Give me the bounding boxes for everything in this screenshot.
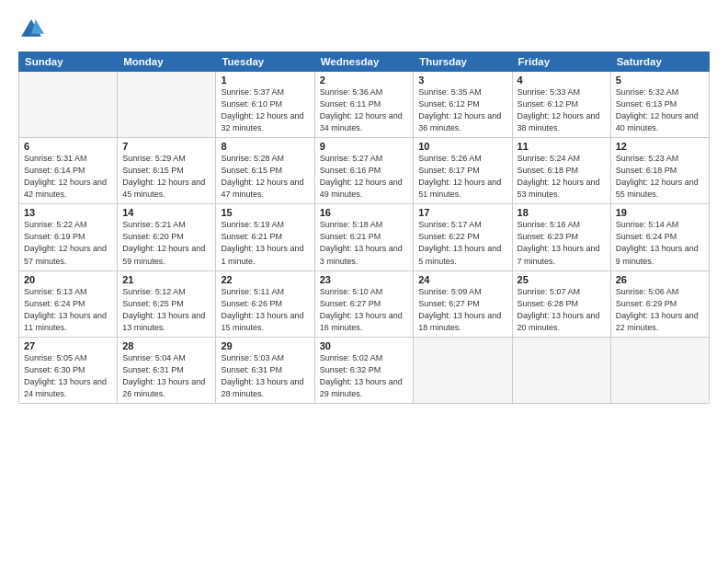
day-info: Sunrise: 5:35 AMSunset: 6:12 PMDaylight:…: [418, 86, 506, 134]
day-number: 9: [320, 141, 409, 152]
day-cell: 17Sunrise: 5:17 AMSunset: 6:22 PMDayligh…: [414, 204, 512, 270]
day-cell: 27Sunrise: 5:05 AMSunset: 6:30 PMDayligh…: [19, 337, 118, 403]
day-cell: 12Sunrise: 5:23 AMSunset: 6:18 PMDayligh…: [610, 138, 709, 204]
col-header-thursday: Thursday: [414, 52, 512, 72]
day-cell: 7Sunrise: 5:29 AMSunset: 6:15 PMDaylight…: [118, 138, 216, 204]
day-cell: 11Sunrise: 5:24 AMSunset: 6:18 PMDayligh…: [512, 138, 610, 204]
calendar-header: SundayMondayTuesdayWednesdayThursdayFrid…: [19, 52, 710, 72]
day-cell: 15Sunrise: 5:19 AMSunset: 6:21 PMDayligh…: [216, 204, 314, 270]
day-cell: 16Sunrise: 5:18 AMSunset: 6:21 PMDayligh…: [314, 204, 414, 270]
day-info: Sunrise: 5:23 AMSunset: 6:18 PMDaylight:…: [616, 153, 704, 201]
week-row-3: 20Sunrise: 5:13 AMSunset: 6:24 PMDayligh…: [19, 270, 710, 337]
day-info: Sunrise: 5:37 AMSunset: 6:10 PMDaylight:…: [221, 86, 309, 134]
day-info: Sunrise: 5:11 AMSunset: 6:26 PMDaylight:…: [221, 286, 309, 334]
day-cell: 24Sunrise: 5:09 AMSunset: 6:27 PMDayligh…: [414, 270, 512, 337]
day-cell: 25Sunrise: 5:07 AMSunset: 6:28 PMDayligh…: [512, 270, 610, 337]
day-info: Sunrise: 5:14 AMSunset: 6:24 PMDaylight:…: [616, 219, 704, 267]
day-number: 15: [221, 207, 309, 218]
col-header-wednesday: Wednesday: [314, 52, 414, 72]
day-number: 3: [418, 75, 506, 86]
day-info: Sunrise: 5:22 AMSunset: 6:19 PMDaylight:…: [24, 219, 112, 267]
day-info: Sunrise: 5:18 AMSunset: 6:21 PMDaylight:…: [320, 219, 409, 267]
day-number: 5: [616, 75, 704, 86]
day-cell: [118, 72, 216, 138]
day-info: Sunrise: 5:32 AMSunset: 6:13 PMDaylight:…: [616, 86, 704, 134]
day-info: Sunrise: 5:27 AMSunset: 6:16 PMDaylight:…: [320, 153, 409, 201]
day-cell: [512, 337, 610, 403]
day-info: Sunrise: 5:13 AMSunset: 6:24 PMDaylight:…: [24, 286, 112, 334]
week-row-4: 27Sunrise: 5:05 AMSunset: 6:30 PMDayligh…: [19, 337, 710, 403]
day-number: 23: [320, 274, 409, 285]
day-number: 28: [122, 340, 210, 351]
logo: [18, 17, 48, 42]
week-row-2: 13Sunrise: 5:22 AMSunset: 6:19 PMDayligh…: [19, 204, 710, 270]
day-info: Sunrise: 5:33 AMSunset: 6:12 PMDaylight:…: [518, 86, 606, 134]
day-info: Sunrise: 5:19 AMSunset: 6:21 PMDaylight:…: [221, 219, 309, 267]
day-number: 22: [221, 274, 309, 285]
day-number: 27: [24, 340, 112, 351]
day-cell: 29Sunrise: 5:03 AMSunset: 6:31 PMDayligh…: [216, 337, 314, 403]
day-info: Sunrise: 5:28 AMSunset: 6:15 PMDaylight:…: [221, 153, 309, 201]
day-info: Sunrise: 5:09 AMSunset: 6:27 PMDaylight:…: [418, 286, 506, 334]
day-number: 29: [221, 340, 309, 351]
day-info: Sunrise: 5:05 AMSunset: 6:30 PMDaylight:…: [24, 352, 112, 400]
day-cell: 23Sunrise: 5:10 AMSunset: 6:27 PMDayligh…: [314, 270, 414, 337]
day-number: 10: [418, 141, 506, 152]
day-info: Sunrise: 5:10 AMSunset: 6:27 PMDaylight:…: [320, 286, 409, 334]
day-number: 11: [518, 141, 606, 152]
day-info: Sunrise: 5:29 AMSunset: 6:15 PMDaylight:…: [122, 153, 210, 201]
day-info: Sunrise: 5:04 AMSunset: 6:31 PMDaylight:…: [122, 352, 210, 400]
day-cell: 20Sunrise: 5:13 AMSunset: 6:24 PMDayligh…: [19, 270, 118, 337]
day-number: 8: [221, 141, 309, 152]
calendar-body: 1Sunrise: 5:37 AMSunset: 6:10 PMDaylight…: [19, 72, 710, 404]
day-number: 4: [518, 75, 606, 86]
col-header-friday: Friday: [512, 52, 610, 72]
day-info: Sunrise: 5:02 AMSunset: 6:32 PMDaylight:…: [320, 352, 409, 400]
day-cell: 28Sunrise: 5:04 AMSunset: 6:31 PMDayligh…: [118, 337, 216, 403]
day-cell: [414, 337, 512, 403]
day-info: Sunrise: 5:36 AMSunset: 6:11 PMDaylight:…: [320, 86, 409, 134]
day-number: 19: [616, 207, 704, 218]
day-number: 25: [518, 274, 606, 285]
week-row-0: 1Sunrise: 5:37 AMSunset: 6:10 PMDaylight…: [19, 72, 710, 138]
day-cell: [19, 72, 118, 138]
day-number: 17: [418, 207, 506, 218]
day-cell: 6Sunrise: 5:31 AMSunset: 6:14 PMDaylight…: [19, 138, 118, 204]
col-header-monday: Monday: [118, 52, 216, 72]
header: [18, 17, 710, 42]
calendar: SundayMondayTuesdayWednesdayThursdayFrid…: [18, 52, 710, 404]
day-info: Sunrise: 5:17 AMSunset: 6:22 PMDaylight:…: [418, 219, 506, 267]
day-info: Sunrise: 5:06 AMSunset: 6:29 PMDaylight:…: [616, 286, 704, 334]
week-row-1: 6Sunrise: 5:31 AMSunset: 6:14 PMDaylight…: [19, 138, 710, 204]
day-cell: 8Sunrise: 5:28 AMSunset: 6:15 PMDaylight…: [216, 138, 314, 204]
page: SundayMondayTuesdayWednesdayThursdayFrid…: [0, 0, 728, 563]
day-number: 16: [320, 207, 409, 218]
col-header-saturday: Saturday: [610, 52, 709, 72]
day-cell: 3Sunrise: 5:35 AMSunset: 6:12 PMDaylight…: [414, 72, 512, 138]
day-cell: 26Sunrise: 5:06 AMSunset: 6:29 PMDayligh…: [610, 270, 709, 337]
day-number: 20: [24, 274, 112, 285]
day-info: Sunrise: 5:24 AMSunset: 6:18 PMDaylight:…: [518, 153, 606, 201]
day-number: 26: [616, 274, 704, 285]
day-cell: 2Sunrise: 5:36 AMSunset: 6:11 PMDaylight…: [314, 72, 414, 138]
day-cell: 19Sunrise: 5:14 AMSunset: 6:24 PMDayligh…: [610, 204, 709, 270]
day-number: 30: [320, 340, 409, 351]
day-cell: 18Sunrise: 5:16 AMSunset: 6:23 PMDayligh…: [512, 204, 610, 270]
col-header-sunday: Sunday: [19, 52, 118, 72]
day-number: 2: [320, 75, 409, 86]
day-info: Sunrise: 5:03 AMSunset: 6:31 PMDaylight:…: [221, 352, 309, 400]
col-header-tuesday: Tuesday: [216, 52, 314, 72]
day-cell: 30Sunrise: 5:02 AMSunset: 6:32 PMDayligh…: [314, 337, 414, 403]
day-cell: [610, 337, 709, 403]
day-cell: 10Sunrise: 5:26 AMSunset: 6:17 PMDayligh…: [414, 138, 512, 204]
day-cell: 1Sunrise: 5:37 AMSunset: 6:10 PMDaylight…: [216, 72, 314, 138]
day-cell: 21Sunrise: 5:12 AMSunset: 6:25 PMDayligh…: [118, 270, 216, 337]
day-number: 13: [24, 207, 112, 218]
day-cell: 14Sunrise: 5:21 AMSunset: 6:20 PMDayligh…: [118, 204, 216, 270]
day-info: Sunrise: 5:07 AMSunset: 6:28 PMDaylight:…: [518, 286, 606, 334]
header-row: SundayMondayTuesdayWednesdayThursdayFrid…: [19, 52, 710, 72]
day-number: 14: [122, 207, 210, 218]
day-cell: 4Sunrise: 5:33 AMSunset: 6:12 PMDaylight…: [512, 72, 610, 138]
logo-icon: [18, 17, 44, 42]
day-info: Sunrise: 5:12 AMSunset: 6:25 PMDaylight:…: [122, 286, 210, 334]
